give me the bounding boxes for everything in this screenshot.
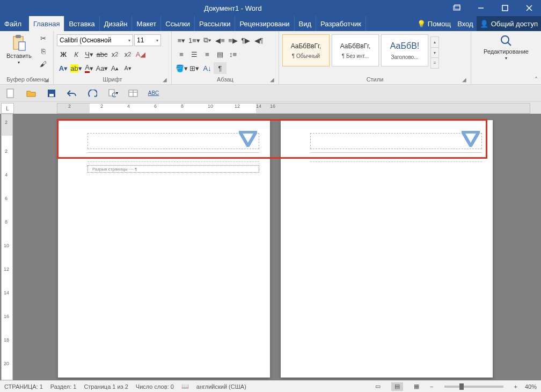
paste-button[interactable]: Вставить ▾ bbox=[3, 32, 35, 67]
line-spacing-button[interactable]: ↕≡ bbox=[226, 48, 239, 60]
status-words[interactable]: Число слов: 0 bbox=[136, 383, 174, 390]
tab-home[interactable]: Главная bbox=[29, 16, 64, 31]
tab-references[interactable]: Ссылки bbox=[161, 16, 195, 31]
ribbon-options-icon[interactable] bbox=[444, 0, 469, 16]
status-page[interactable]: СТРАНИЦА: 1 bbox=[4, 383, 43, 390]
spelling-button[interactable]: ABC bbox=[148, 88, 159, 99]
style-nospacing[interactable]: АаБбВвГг, ¶ Без инт... bbox=[332, 34, 379, 66]
signin[interactable]: Вход bbox=[454, 16, 476, 31]
ribbon-tabs: Файл Главная Вставка Дизайн Макет Ссылки… bbox=[0, 16, 541, 31]
italic-button[interactable]: К bbox=[70, 48, 83, 60]
tab-mailings[interactable]: Рассылки bbox=[195, 16, 235, 31]
font-name-combo[interactable]: Calibri (Основной▾ bbox=[57, 34, 133, 46]
highlight-button[interactable]: ab▾ bbox=[70, 62, 83, 74]
show-marks-button[interactable]: ¶ bbox=[214, 62, 226, 74]
print-preview-button[interactable]: ▾ bbox=[107, 88, 118, 99]
text-effects-button[interactable]: A▾ bbox=[57, 62, 70, 74]
status-language[interactable]: английский (США) bbox=[196, 383, 246, 390]
tab-view[interactable]: Вид bbox=[295, 16, 317, 31]
grow-font-button[interactable]: A▴ bbox=[108, 62, 121, 74]
svg-line-10 bbox=[508, 42, 511, 46]
align-center-button[interactable]: ☰ bbox=[188, 48, 201, 60]
title-bar: Документ1 - Word bbox=[0, 0, 541, 16]
maximize-button[interactable] bbox=[493, 0, 517, 16]
bullets-button[interactable]: ≡▾ bbox=[175, 34, 188, 46]
style-normal[interactable]: АаБбВвГг, ¶ Обычный bbox=[282, 34, 330, 66]
strike-button[interactable]: abc bbox=[96, 48, 108, 60]
page-1[interactable]: Разрыв страницы ·····¶ bbox=[58, 120, 270, 378]
horizontal-ruler[interactable]: 2 2 4 6 8 10 12 14 16 bbox=[57, 103, 530, 114]
align-right-button[interactable]: ≡ bbox=[201, 48, 214, 60]
undo-button[interactable] bbox=[67, 88, 77, 99]
subscript-button[interactable]: x2 bbox=[108, 48, 121, 60]
status-page-of[interactable]: Страница 1 из 2 bbox=[84, 383, 128, 390]
increase-indent-button[interactable]: ≡▶ bbox=[226, 34, 239, 46]
proofing-icon[interactable]: 📖 bbox=[181, 383, 189, 390]
ltr-button[interactable]: ¶▶ bbox=[239, 34, 252, 46]
collapse-ribbon-button[interactable]: ˄ bbox=[535, 76, 538, 84]
share-button[interactable]: 👤Общий доступ bbox=[477, 16, 541, 31]
web-layout-button[interactable]: ▦ bbox=[411, 382, 422, 391]
clipboard-launcher[interactable]: ◢ bbox=[45, 77, 49, 83]
underline-button[interactable]: Ч▾ bbox=[83, 48, 96, 60]
vertical-ruler[interactable]: 2 2 4 6 8 10 12 14 16 18 20 bbox=[1, 114, 13, 380]
clipboard-label: Буфер обмена bbox=[6, 76, 47, 83]
read-mode-button[interactable]: ▭ bbox=[372, 382, 384, 391]
print-layout-button[interactable]: ▤ bbox=[391, 382, 403, 391]
editing-button[interactable]: Редактирование ▾ bbox=[480, 32, 532, 63]
cut-button[interactable]: ✂ bbox=[37, 32, 50, 44]
group-font: Calibri (Основной▾ 11▾ Ж К Ч▾ abc x2 x2 … bbox=[54, 31, 172, 84]
justify-button[interactable]: ▤ bbox=[214, 48, 226, 60]
ruler-row: L 2 2 4 6 8 10 12 14 16 bbox=[0, 102, 541, 114]
sort-button[interactable]: A↓ bbox=[201, 62, 214, 74]
align-left-button[interactable]: ≡ bbox=[175, 48, 188, 60]
redo-button[interactable] bbox=[87, 88, 98, 99]
zoom-level[interactable]: 40% bbox=[525, 383, 537, 390]
page-2[interactable] bbox=[281, 120, 493, 378]
save-button[interactable] bbox=[46, 88, 57, 99]
header-area[interactable] bbox=[87, 133, 259, 149]
font-launcher[interactable]: ◢ bbox=[163, 77, 167, 83]
paragraph-label: Абзац bbox=[217, 76, 233, 83]
rtl-button[interactable]: ◀¶ bbox=[252, 34, 265, 46]
document-canvas[interactable]: 2 2 4 6 8 10 12 14 16 18 20 Разрыв стран… bbox=[0, 114, 541, 380]
clear-format-button[interactable]: A◢ bbox=[134, 48, 147, 60]
tab-selector[interactable]: L bbox=[1, 103, 14, 114]
table-button[interactable] bbox=[128, 88, 138, 99]
shading-button[interactable]: 🪣▾ bbox=[175, 62, 188, 74]
zoom-out-button[interactable]: − bbox=[430, 383, 433, 390]
header-area[interactable] bbox=[310, 133, 482, 149]
numbering-button[interactable]: 1≡▾ bbox=[188, 34, 201, 46]
style-heading1[interactable]: АаБбВ! Заголово... bbox=[381, 34, 428, 66]
change-case-button[interactable]: Aa▾ bbox=[96, 62, 108, 74]
minimize-button[interactable] bbox=[469, 0, 493, 16]
paragraph-launcher[interactable]: ◢ bbox=[270, 77, 274, 83]
tell-me[interactable]: 💡Помощ bbox=[414, 16, 454, 31]
font-label: Шрифт bbox=[103, 76, 122, 83]
copy-button[interactable]: ⎘ bbox=[37, 45, 50, 57]
zoom-in-button[interactable]: + bbox=[514, 383, 517, 390]
tab-insert[interactable]: Вставка bbox=[64, 16, 99, 31]
tab-design[interactable]: Дизайн bbox=[100, 16, 133, 31]
new-doc-button[interactable] bbox=[5, 88, 16, 99]
tab-file[interactable]: Файл bbox=[0, 16, 29, 31]
tab-layout[interactable]: Макет bbox=[132, 16, 161, 31]
open-button[interactable] bbox=[26, 88, 36, 99]
bold-button[interactable]: Ж bbox=[57, 48, 70, 60]
styles-gallery-scroll[interactable]: ▴▾≡ bbox=[430, 36, 439, 69]
font-color-button[interactable]: A▾ bbox=[83, 62, 96, 74]
tab-developer[interactable]: Разработчик bbox=[316, 16, 366, 31]
font-size-combo[interactable]: 11▾ bbox=[134, 34, 161, 46]
shrink-font-button[interactable]: A▾ bbox=[121, 62, 134, 74]
multilevel-button[interactable]: ⧉▾ bbox=[201, 34, 214, 46]
borders-button[interactable]: ⊞▾ bbox=[188, 62, 201, 74]
superscript-button[interactable]: x2 bbox=[121, 48, 134, 60]
decrease-indent-button[interactable]: ◀≡ bbox=[214, 34, 226, 46]
zoom-slider[interactable] bbox=[444, 386, 503, 388]
close-button[interactable] bbox=[517, 0, 541, 16]
styles-launcher[interactable]: ◢ bbox=[462, 77, 466, 83]
format-painter-button[interactable]: 🖌 bbox=[37, 58, 50, 70]
svg-rect-11 bbox=[7, 89, 13, 98]
tab-review[interactable]: Рецензировани bbox=[235, 16, 294, 31]
status-section[interactable]: Раздел: 1 bbox=[50, 383, 77, 390]
